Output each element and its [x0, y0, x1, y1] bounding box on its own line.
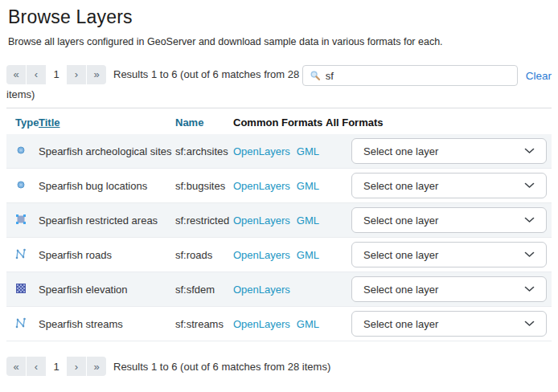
table-row: Spearfish restricted areassf:restrictedO… [6, 203, 552, 238]
point-icon [15, 179, 27, 193]
common-formats-cell: OpenLayersGML [233, 180, 326, 192]
all-formats-select[interactable]: Select one layer [351, 242, 547, 267]
gml-link[interactable]: GML [297, 214, 319, 227]
all-formats-select[interactable]: Select one layer [351, 311, 547, 337]
all-formats-cell: Select one layer [326, 311, 552, 337]
all-formats-cell: Select one layer [326, 242, 552, 267]
table-body: Spearfish archeological sitessf:archsite… [6, 134, 552, 341]
layer-title: Spearfish bug locations [39, 180, 175, 192]
table-header-row: Type Title Name Common Formats All Forma… [6, 108, 552, 134]
openlayers-link[interactable]: OpenLayers [233, 249, 290, 261]
current-page-button[interactable]: 1 [47, 65, 66, 84]
layer-table: Type Title Name Common Formats All Forma… [6, 108, 552, 341]
layer-title: Spearfish archeological sites [39, 145, 175, 157]
line-icon [15, 248, 27, 262]
all-formats-select[interactable]: Select one layer [351, 173, 547, 198]
select-placeholder: Select one layer [363, 284, 438, 296]
gml-link[interactable]: GML [297, 145, 319, 157]
layer-name: sf:sfdem [175, 284, 233, 296]
table-row: Spearfish streamssf:streamsOpenLayersGML… [6, 307, 552, 341]
search-input[interactable] [326, 70, 512, 82]
all-formats-select[interactable]: Select one layer [351, 276, 547, 302]
layer-title: Spearfish roads [39, 249, 175, 261]
chevron-down-icon [524, 321, 535, 327]
table-row: Spearfish bug locationssf:bugsitesOpenLa… [6, 169, 552, 203]
table-row: Spearfish roadssf:roadsOpenLayersGMLSele… [6, 238, 552, 272]
common-formats-cell: OpenLayersGML [233, 249, 326, 261]
bottom-pager: «‹1›» [6, 357, 106, 376]
layer-name: sf:roads [175, 249, 233, 261]
top-pager: «‹1›» [6, 65, 106, 84]
all-formats-cell: Select one layer [326, 207, 552, 233]
search-icon [310, 70, 321, 81]
all-formats-cell: Select one layer [326, 138, 552, 164]
search-box[interactable] [302, 65, 518, 86]
chevron-down-icon [524, 251, 535, 258]
next-page-button[interactable]: › [67, 65, 86, 84]
first-page-button[interactable]: « [6, 65, 26, 84]
column-header-common-formats: Common Formats [233, 116, 326, 129]
select-placeholder: Select one layer [363, 145, 438, 157]
openlayers-link[interactable]: OpenLayers [233, 284, 290, 296]
layer-name: sf:bugsites [175, 180, 233, 192]
page-subtitle: Browse all layers configured in GeoServe… [8, 36, 552, 47]
bottom-toolbar: «‹1›»Results 1 to 6 (out of 6 matches fr… [6, 357, 552, 376]
common-formats-cell: OpenLayersGML [233, 145, 326, 157]
line-icon [15, 317, 27, 331]
column-header-title[interactable]: Title [39, 116, 175, 129]
column-header-name[interactable]: Name [175, 116, 233, 129]
last-page-button[interactable]: » [87, 357, 106, 376]
gml-link[interactable]: GML [297, 249, 319, 261]
gml-link[interactable]: GML [297, 180, 319, 192]
openlayers-link[interactable]: OpenLayers [233, 318, 290, 330]
openlayers-link[interactable]: OpenLayers [233, 145, 290, 157]
select-placeholder: Select one layer [363, 249, 438, 261]
all-formats-cell: Select one layer [326, 173, 552, 198]
openlayers-link[interactable]: OpenLayers [233, 214, 290, 227]
gml-link[interactable]: GML [297, 318, 319, 330]
prev-page-button[interactable]: ‹ [27, 357, 46, 376]
current-page-button[interactable]: 1 [47, 357, 66, 376]
polygon-icon [15, 214, 27, 227]
chevron-down-icon [524, 148, 535, 154]
column-header-type[interactable]: Type [6, 116, 39, 129]
common-formats-cell: OpenLayers [233, 284, 326, 296]
raster-icon [15, 283, 27, 296]
all-formats-select[interactable]: Select one layer [351, 138, 547, 164]
chevron-down-icon [524, 217, 535, 223]
top-toolbar: «‹1›»Results 1 to 6 (out of 6 matches fr… [6, 64, 552, 104]
layer-name: sf:restricted [175, 214, 233, 227]
all-formats-select[interactable]: Select one layer [351, 207, 547, 233]
prev-page-button[interactable]: ‹ [27, 65, 46, 84]
type-cell [6, 179, 39, 193]
layer-title: Spearfish restricted areas [39, 214, 175, 227]
next-page-button[interactable]: › [67, 357, 86, 376]
select-placeholder: Select one layer [363, 180, 438, 192]
select-placeholder: Select one layer [363, 318, 438, 330]
type-cell [6, 214, 39, 227]
search-area: Clear [302, 65, 552, 86]
table-row: Spearfish elevationsf:sfdemOpenLayersSel… [6, 272, 552, 307]
chevron-down-icon [524, 286, 535, 292]
layer-name: sf:streams [175, 318, 233, 330]
layer-name: sf:archsites [175, 145, 233, 157]
all-formats-cell: Select one layer [326, 276, 552, 302]
last-page-button[interactable]: » [87, 65, 106, 84]
common-formats-cell: OpenLayersGML [233, 214, 326, 227]
common-formats-cell: OpenLayersGML [233, 318, 326, 330]
select-placeholder: Select one layer [363, 214, 438, 227]
results-summary: Results 1 to 6 (out of 6 matches from 28… [113, 361, 330, 373]
point-icon [15, 145, 27, 158]
column-header-all-formats: All Formats [326, 116, 552, 129]
clear-search-link[interactable]: Clear [526, 70, 552, 82]
type-cell [6, 317, 39, 331]
layer-title: Spearfish elevation [39, 284, 175, 296]
chevron-down-icon [524, 182, 535, 189]
type-cell [6, 145, 39, 158]
first-page-button[interactable]: « [6, 357, 26, 376]
type-cell [6, 283, 39, 296]
type-cell [6, 248, 39, 262]
table-row: Spearfish archeological sitessf:archsite… [6, 134, 552, 169]
openlayers-link[interactable]: OpenLayers [233, 180, 290, 192]
layer-title: Spearfish streams [39, 318, 175, 330]
